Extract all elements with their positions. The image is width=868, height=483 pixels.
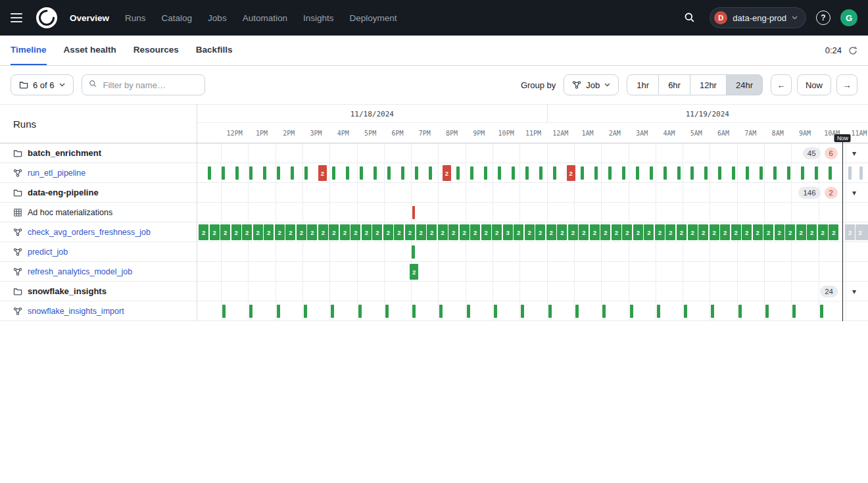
run-bar-success[interactable]: 2 — [818, 224, 828, 240]
scope-filter-button[interactable]: 6 of 6 — [11, 74, 74, 95]
run-bar-success[interactable]: 2 — [405, 224, 415, 240]
run-bar-success[interactable] — [235, 166, 239, 180]
nav-item-jobs[interactable]: Jobs — [208, 13, 227, 23]
run-bar-success[interactable]: 2 — [220, 224, 230, 240]
run-bar-success[interactable]: 2 — [535, 224, 545, 240]
run-bar-success[interactable] — [456, 166, 460, 180]
tab-resources[interactable]: Resources — [133, 36, 179, 65]
run-bar-success[interactable] — [622, 166, 625, 180]
run-bar-success[interactable] — [553, 166, 556, 180]
run-bar-success[interactable] — [208, 166, 211, 180]
run-bar-success[interactable]: 2 — [742, 224, 752, 240]
run-bar-success[interactable] — [746, 166, 749, 180]
run-bar-success[interactable]: 2 — [753, 224, 763, 240]
run-bar-success[interactable] — [820, 305, 823, 318]
run-bar-success[interactable] — [608, 166, 612, 180]
run-bar-success[interactable]: 2 — [665, 224, 675, 240]
run-bar-success[interactable] — [792, 305, 796, 318]
run-bar-success[interactable]: 2 — [698, 224, 708, 240]
run-bar-success[interactable]: 2 — [720, 224, 730, 240]
row-label[interactable]: refresh_analytics_model_job — [28, 267, 132, 276]
run-bar-success[interactable] — [650, 166, 653, 180]
run-bar-success[interactable] — [360, 166, 363, 180]
run-bar-success[interactable] — [277, 166, 280, 180]
nav-item-insights[interactable]: Insights — [303, 13, 334, 23]
run-bar-success[interactable]: 2 — [525, 224, 535, 240]
run-bar-success[interactable]: 2 — [199, 224, 208, 240]
run-bar-success[interactable]: 2 — [600, 224, 610, 240]
run-bar-success[interactable] — [525, 166, 529, 180]
run-bar-success[interactable]: 2 — [383, 224, 393, 240]
run-bar-success[interactable] — [385, 305, 389, 318]
run-bar-success[interactable]: 2 — [775, 224, 784, 240]
run-bar-success[interactable]: 2 — [329, 224, 339, 240]
run-bar-success[interactable] — [346, 166, 349, 180]
run-bar-success[interactable] — [439, 305, 443, 318]
run-bar-success[interactable]: 2 — [350, 224, 360, 240]
nav-item-automation[interactable]: Automation — [243, 13, 287, 23]
run-bar-success[interactable] — [249, 305, 253, 318]
prev-button[interactable]: ← — [771, 74, 792, 95]
now-button[interactable]: Now — [797, 74, 831, 95]
run-bar-success[interactable] — [718, 166, 721, 180]
run-bar-queued[interactable]: 2 — [845, 224, 855, 240]
run-bar-success[interactable] — [602, 305, 606, 318]
run-bar-success[interactable]: 2 — [318, 224, 328, 240]
expand-caret-icon[interactable]: ▾ — [852, 188, 856, 198]
run-bar-success[interactable]: 2 — [644, 224, 654, 240]
run-bar-success[interactable] — [429, 166, 432, 180]
run-bar-success[interactable]: 2 — [253, 224, 263, 240]
run-bar-failure[interactable] — [412, 206, 415, 219]
run-bar-success[interactable]: 2 — [590, 224, 600, 240]
run-bar-success[interactable] — [801, 166, 804, 180]
run-bar-success[interactable] — [732, 166, 735, 180]
run-bar-success[interactable] — [415, 166, 418, 180]
run-bar-success[interactable] — [738, 305, 742, 318]
run-bar-success[interactable]: 2 — [796, 224, 806, 240]
filter-field[interactable] — [82, 74, 205, 95]
run-bar-success[interactable] — [630, 305, 633, 318]
run-bar-success[interactable] — [494, 305, 497, 318]
tab-timeline[interactable]: Timeline — [11, 36, 47, 65]
run-bar-success[interactable]: 2 — [568, 224, 578, 240]
run-bar-success[interactable]: 2 — [688, 224, 698, 240]
run-bar-success[interactable] — [711, 305, 714, 318]
group-by-select[interactable]: Job — [564, 74, 619, 95]
row-label[interactable]: predict_job — [28, 247, 68, 257]
run-bar-success[interactable]: 2 — [579, 224, 589, 240]
run-bar-success[interactable]: 2 — [731, 224, 741, 240]
help-icon[interactable]: ? — [816, 11, 831, 25]
run-bar-success[interactable]: 2 — [710, 224, 719, 240]
run-bar-success[interactable]: 2 — [807, 224, 817, 240]
run-bar-success[interactable]: 2 — [785, 224, 795, 240]
run-bar-success[interactable] — [548, 305, 552, 318]
run-bar-success[interactable] — [684, 305, 687, 318]
run-bar-success[interactable]: 2 — [546, 224, 556, 240]
expand-caret-icon[interactable]: ▾ — [852, 148, 856, 159]
run-bar-success[interactable]: 2 — [307, 224, 317, 240]
run-bar-queued[interactable]: 2 — [865, 224, 868, 240]
run-bar-success[interactable] — [704, 166, 708, 180]
run-bar-success[interactable] — [374, 166, 377, 180]
run-bar-success[interactable]: 2 — [297, 224, 306, 240]
run-bar-success[interactable] — [636, 166, 639, 180]
run-bar-success[interactable] — [412, 245, 415, 259]
nav-item-runs[interactable]: Runs — [125, 13, 146, 23]
next-button[interactable]: → — [836, 74, 857, 95]
run-bar-success[interactable]: 2 — [448, 224, 458, 240]
run-bar-success[interactable]: 2 — [416, 224, 426, 240]
run-bar-success[interactable] — [484, 166, 487, 180]
run-bar-success[interactable] — [765, 305, 769, 318]
run-bar-success[interactable]: 2 — [210, 224, 220, 240]
run-bar-success[interactable] — [358, 305, 362, 318]
run-bar-success[interactable]: 2 — [470, 224, 480, 240]
run-bar-success[interactable]: 2 — [362, 224, 372, 240]
search-icon[interactable] — [680, 8, 700, 28]
tab-asset-health[interactable]: Asset health — [64, 36, 116, 65]
run-bar-success[interactable] — [263, 166, 266, 180]
run-bar-success[interactable] — [277, 305, 280, 318]
filter-input[interactable] — [102, 80, 198, 91]
run-bar-success[interactable]: 2 — [763, 224, 773, 240]
run-bar-success[interactable]: 2 — [242, 224, 252, 240]
range-1hr[interactable]: 1hr — [627, 74, 659, 95]
